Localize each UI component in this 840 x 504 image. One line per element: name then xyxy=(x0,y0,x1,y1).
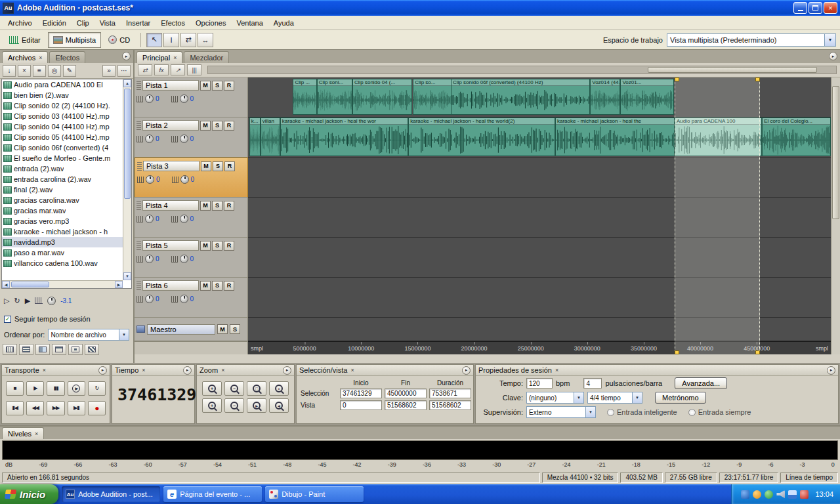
filter-midi-button[interactable] xyxy=(52,344,66,355)
tempo-field[interactable]: 120 xyxy=(526,378,553,388)
fx-rack-button[interactable]: fx xyxy=(154,64,169,75)
pause-button[interactable]: ▮▮ xyxy=(47,381,64,396)
master-lane[interactable] xyxy=(248,318,831,341)
drag-handle-icon[interactable] xyxy=(136,241,141,250)
master-mute-button[interactable]: M xyxy=(217,324,228,334)
track-lane-1[interactable]: Clip ...Clip soni...Clip sonido 04 (...C… xyxy=(248,77,831,117)
solo-button[interactable]: S xyxy=(212,201,222,211)
go-to-beginning-button[interactable]: ▮◀ xyxy=(6,401,24,415)
smart-input-radio[interactable] xyxy=(607,409,614,416)
master-solo-button[interactable]: S xyxy=(230,324,240,334)
audio-clip[interactable]: villan xyxy=(261,117,280,156)
sort-select[interactable]: Nombre de archivo xyxy=(48,329,129,341)
scrollbar-thumb[interactable] xyxy=(648,67,817,73)
file-item[interactable]: villancico cadena 100.wav xyxy=(2,258,123,268)
time-signature-select[interactable]: 4/4 tiempo xyxy=(587,392,642,404)
mute-button[interactable]: M xyxy=(200,201,211,211)
level-meter[interactable] xyxy=(2,440,838,460)
view-start-field[interactable]: 0 xyxy=(340,400,382,410)
scroll-down-icon[interactable] xyxy=(123,272,131,280)
panel-menu-button[interactable] xyxy=(98,366,107,375)
edit-view-button[interactable]: Editar xyxy=(4,32,46,48)
drag-handle-icon[interactable] xyxy=(136,201,141,210)
show-options-button[interactable]: » xyxy=(102,65,116,77)
panel-menu-button[interactable] xyxy=(829,52,837,60)
solo-button[interactable]: S xyxy=(212,241,222,251)
advanced-button[interactable]: Avanzada... xyxy=(675,377,727,389)
network-icon[interactable] xyxy=(788,490,797,499)
tab-efectos[interactable]: Efectos xyxy=(49,51,85,63)
close-tab-icon[interactable] xyxy=(39,54,42,61)
dropdown-arrow-icon[interactable] xyxy=(119,329,129,340)
selection-start-field[interactable]: 37461329 xyxy=(340,388,382,398)
volume-icon[interactable] xyxy=(776,490,785,499)
track-lane-4[interactable] xyxy=(248,198,831,238)
audio-clip[interactable]: Voz014 (44... xyxy=(590,79,620,115)
record-arm-button[interactable]: R xyxy=(224,241,234,251)
tab-mezclador[interactable]: Mezclador xyxy=(184,51,229,63)
taskbar-item-audition[interactable]: Adobe Audition - post... xyxy=(62,486,160,502)
menu-item-insertar[interactable]: Insertar xyxy=(121,17,156,29)
taskbar-item-paint[interactable]: Dibujo - Paint xyxy=(265,486,364,502)
record-arm-button[interactable]: R xyxy=(224,81,234,91)
zoom-in-vertical-button[interactable]: + xyxy=(202,398,222,413)
preview-play-button[interactable]: ▶ xyxy=(25,297,30,305)
record-arm-button[interactable]: R xyxy=(224,281,234,291)
record-arm-button[interactable]: R xyxy=(224,201,234,211)
go-to-end-button[interactable]: ▶▮ xyxy=(68,401,85,415)
track-name-button[interactable]: Pista 4 xyxy=(142,200,199,211)
audio-clip[interactable]: Clip sonido 04 (... xyxy=(352,79,412,115)
pan-knob[interactable] xyxy=(180,215,188,223)
scroll-right-icon[interactable] xyxy=(115,281,123,288)
close-button[interactable]: × xyxy=(824,2,837,14)
zoom-to-selection-button[interactable]: □ xyxy=(247,381,266,396)
menu-item-ventana[interactable]: Ventana xyxy=(231,17,268,29)
close-tab-icon[interactable] xyxy=(350,367,354,373)
preview-volume-knob[interactable] xyxy=(47,297,56,305)
panel-more-button[interactable]: ⋯ xyxy=(117,65,131,77)
solo-button[interactable]: S xyxy=(212,121,222,131)
menu-item-efectos[interactable]: Efectos xyxy=(156,17,190,29)
audio-clip[interactable]: karaoke - michael jackson - heal the wor… xyxy=(408,117,555,156)
loop-toggle[interactable]: ↻ xyxy=(14,297,20,305)
filter-waveforms-button[interactable] xyxy=(3,344,17,355)
monitoring-select[interactable]: Externo xyxy=(526,406,596,418)
rewind-button[interactable]: ◀◀ xyxy=(26,401,44,415)
metronome-button[interactable]: Metrónomo xyxy=(655,392,706,404)
file-item[interactable]: navidad.mp3 xyxy=(2,237,123,247)
pan-knob[interactable] xyxy=(180,135,188,143)
zoom-to-right-edge-button[interactable]: ▸ xyxy=(247,398,266,413)
audio-clip[interactable]: Clip sonido 06f (converted) (44100 Hz) xyxy=(451,79,590,115)
view-duration-field[interactable]: 51568602 xyxy=(429,400,471,410)
audio-clip[interactable]: Clip soni... xyxy=(317,79,352,115)
record-arm-button[interactable]: R xyxy=(224,121,234,131)
close-tab-icon[interactable] xyxy=(221,367,224,373)
close-tab-icon[interactable] xyxy=(173,54,177,61)
file-item[interactable]: gracias vero.mp3 xyxy=(2,216,123,226)
show-envelopes-button[interactable]: ↗ xyxy=(171,64,185,75)
minimize-button[interactable] xyxy=(793,2,807,14)
zoom-in-horizontal-button[interactable]: + xyxy=(202,381,222,396)
edit-file-button[interactable]: ✎ xyxy=(63,65,76,77)
update-icon[interactable] xyxy=(753,490,761,499)
file-item[interactable]: paso a mar.wav xyxy=(2,247,123,258)
panel-menu-button[interactable] xyxy=(122,52,131,60)
key-select[interactable]: (ninguno) xyxy=(526,392,584,404)
tab-niveles[interactable]: Niveles xyxy=(2,427,44,439)
beats-per-bar-field[interactable]: 4 xyxy=(583,378,602,388)
tab-principal[interactable]: Principal xyxy=(136,51,182,63)
dropdown-arrow-icon[interactable] xyxy=(574,392,583,403)
file-list-vertical-scrollbar[interactable] xyxy=(123,79,131,280)
menu-item-opciones[interactable]: Opciones xyxy=(190,17,231,29)
record-button[interactable]: ● xyxy=(88,401,106,415)
advanced-options-button[interactable] xyxy=(68,344,83,355)
close-tab-icon[interactable] xyxy=(142,367,145,373)
scrollbar-thumb[interactable] xyxy=(124,89,131,199)
scrollbar-thumb[interactable] xyxy=(11,282,49,287)
track-name-button[interactable]: Pista 5 xyxy=(142,240,199,251)
menu-item-vista[interactable]: Vista xyxy=(94,17,121,29)
audio-clip[interactable]: k... xyxy=(249,117,261,156)
fast-forward-button[interactable]: ▶▶ xyxy=(47,401,64,415)
track-name-button[interactable]: Pista 2 xyxy=(142,120,199,131)
panel-menu-button[interactable] xyxy=(183,366,192,375)
